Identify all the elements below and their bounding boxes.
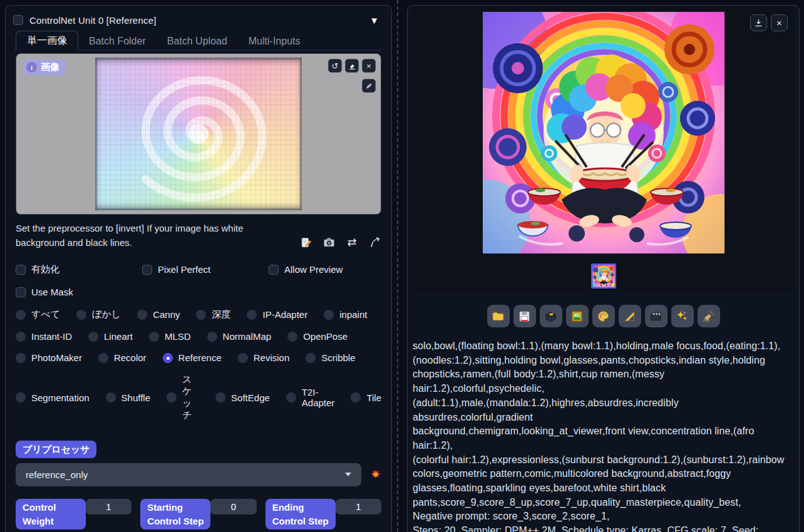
control-type-ぼかし[interactable]: ぼかし — [76, 309, 121, 320]
option-checkboxes: 有効化Pixel PerfectAllow PreviewUse Mask — [16, 263, 381, 297]
control-type-canny[interactable]: Canny — [137, 309, 180, 320]
checkbox-pixel-perfect[interactable]: Pixel Perfect — [142, 263, 269, 275]
radio-dot[interactable] — [106, 392, 116, 402]
slider-value[interactable]: 1 — [86, 499, 132, 514]
eraser-icon[interactable] — [345, 59, 359, 73]
slider-label: Starting Control Step — [140, 499, 210, 530]
radio-dot[interactable] — [207, 332, 217, 342]
radio-dot[interactable] — [286, 392, 296, 402]
generation-info-line: solo,bowl,(floating bowl:1.1),(many bowl… — [413, 339, 794, 354]
radio-label: すべて — [31, 309, 60, 320]
radio-dot[interactable] — [16, 332, 26, 342]
controlnet-header[interactable]: ControlNet Unit 0 [Reference] ▼ — [13, 11, 381, 29]
checkbox-use-mask[interactable]: Use Mask — [16, 287, 73, 297]
generation-info-line: glasses,floating,sparkling eyes,barefoot… — [413, 481, 794, 496]
generated-image[interactable] — [482, 11, 726, 255]
radio-dot[interactable] — [287, 332, 297, 342]
notepad-icon[interactable] — [299, 236, 312, 248]
control-type-segmentation[interactable]: Segmentation — [16, 392, 90, 403]
control-type-reference[interactable]: Reference — [163, 352, 222, 363]
unit-enable-checkbox[interactable] — [13, 15, 23, 25]
archive-icon[interactable] — [540, 305, 562, 327]
radio-dot[interactable] — [88, 332, 98, 342]
radio-dot[interactable] — [196, 310, 206, 320]
send-dimensions-icon[interactable] — [369, 236, 381, 248]
radio-dot[interactable] — [16, 353, 26, 363]
control-type-recolor[interactable]: Recolor — [98, 352, 147, 363]
radio-label: T2I-Adapter — [302, 387, 335, 408]
radio-dot[interactable] — [149, 332, 159, 342]
radio-dot[interactable] — [76, 310, 86, 320]
download-icon[interactable] — [750, 14, 767, 31]
control-type-photomaker[interactable]: PhotoMaker — [16, 352, 82, 363]
slider-value[interactable]: 1 — [336, 499, 381, 514]
radio-dot[interactable] — [247, 310, 257, 320]
control-type-mlsd[interactable]: MLSD — [149, 331, 191, 342]
control-type-softedge[interactable]: SoftEdge — [215, 392, 270, 403]
radio-dot[interactable] — [137, 310, 147, 320]
control-type-スケッチ[interactable]: スケッチ — [167, 374, 199, 421]
control-type-openpose[interactable]: OpenPose — [287, 331, 348, 342]
swap-dimensions-icon[interactable]: ⇄ — [346, 236, 358, 248]
palette-icon[interactable] — [592, 305, 615, 327]
preprocessor-dropdown[interactable]: reference_only — [16, 463, 361, 486]
radio-dot[interactable] — [16, 310, 26, 320]
generation-info-line: chopsticks,ramen,(full body:1.2),shirt,c… — [413, 367, 794, 396]
control-type-shuffle[interactable]: Shuffle — [106, 392, 150, 403]
tab-batch-folder[interactable]: Batch Folder — [78, 33, 157, 50]
radio-dot[interactable] — [16, 392, 26, 402]
run-preprocessor-icon[interactable] — [370, 469, 381, 480]
radio-dot[interactable] — [98, 353, 108, 363]
camera-icon[interactable] — [322, 236, 335, 248]
checkbox-box[interactable] — [16, 265, 26, 275]
control-type-すべて[interactable]: すべて — [16, 309, 60, 320]
radio-dot[interactable] — [163, 353, 173, 363]
slider-value[interactable]: 0 — [210, 499, 256, 514]
control-type-revision[interactable]: Revision — [238, 352, 290, 363]
collapse-icon[interactable]: ▼ — [369, 15, 381, 26]
tab-単一画像[interactable]: 単一画像 — [16, 31, 78, 51]
radio-dot[interactable] — [167, 392, 177, 402]
ruler-icon[interactable] — [619, 305, 641, 327]
radio-dot[interactable] — [324, 310, 334, 320]
radio-dot[interactable] — [238, 353, 248, 363]
radio-dot[interactable] — [351, 392, 361, 402]
checkbox-box[interactable] — [142, 265, 152, 275]
control-type-inpaint[interactable]: inpaint — [324, 309, 367, 320]
checkbox-box[interactable] — [16, 287, 26, 297]
send-image-icon[interactable] — [566, 305, 589, 327]
generation-info-line: (noodles:1.2),sitting,holding bowl,glass… — [413, 354, 794, 368]
checkbox-有効化[interactable]: 有効化 — [16, 263, 142, 275]
radio-dot[interactable] — [306, 353, 316, 363]
undo-icon[interactable]: ↺ — [328, 59, 342, 73]
tab-batch-upload[interactable]: Batch Upload — [157, 33, 238, 50]
control-type-lineart[interactable]: Lineart — [88, 331, 133, 342]
control-type-t2i-adapter[interactable]: T2I-Adapter — [286, 387, 335, 408]
checkbox-box[interactable] — [269, 265, 279, 275]
control-type-深度[interactable]: 深度 — [196, 309, 230, 320]
slider-label: Ending Control Step — [265, 499, 336, 530]
checkbox-allow-preview[interactable]: Allow Preview — [269, 263, 343, 275]
control-type-tile[interactable]: Tile — [351, 392, 381, 403]
panel-resize-divider[interactable] — [397, 0, 398, 532]
gallery-thumbnail[interactable] — [591, 263, 616, 289]
sketch-pen-icon[interactable] — [362, 79, 376, 93]
tab-multi-inputs[interactable]: Multi-Inputs — [238, 33, 311, 50]
control-type-ip-adapter[interactable]: IP-Adapter — [247, 309, 307, 320]
control-type-normalmap[interactable]: NormalMap — [207, 331, 272, 342]
radio-label: Scribble — [321, 352, 355, 363]
broom-icon[interactable] — [698, 305, 720, 327]
save-icon[interactable] — [513, 305, 536, 327]
generation-info: solo,bowl,(floating bowl:1.1),(many bowl… — [413, 339, 794, 532]
control-type-scribble[interactable]: Scribble — [306, 352, 355, 363]
info-icon[interactable]: i — [26, 62, 37, 73]
control-type-instant-id[interactable]: Instant-ID — [16, 331, 72, 342]
radio-dot[interactable] — [215, 392, 225, 402]
clapperboard-icon[interactable] — [645, 305, 667, 327]
close-icon[interactable]: × — [771, 14, 788, 31]
close-icon[interactable]: × — [362, 59, 376, 73]
generation-info-line: colors,geometric pattern,comic,multicolo… — [413, 467, 794, 481]
open-folder-icon[interactable] — [487, 305, 510, 327]
control-image-dropzone[interactable]: i 画像 ↺ × — [16, 53, 381, 215]
sparkles-icon[interactable] — [671, 305, 694, 327]
